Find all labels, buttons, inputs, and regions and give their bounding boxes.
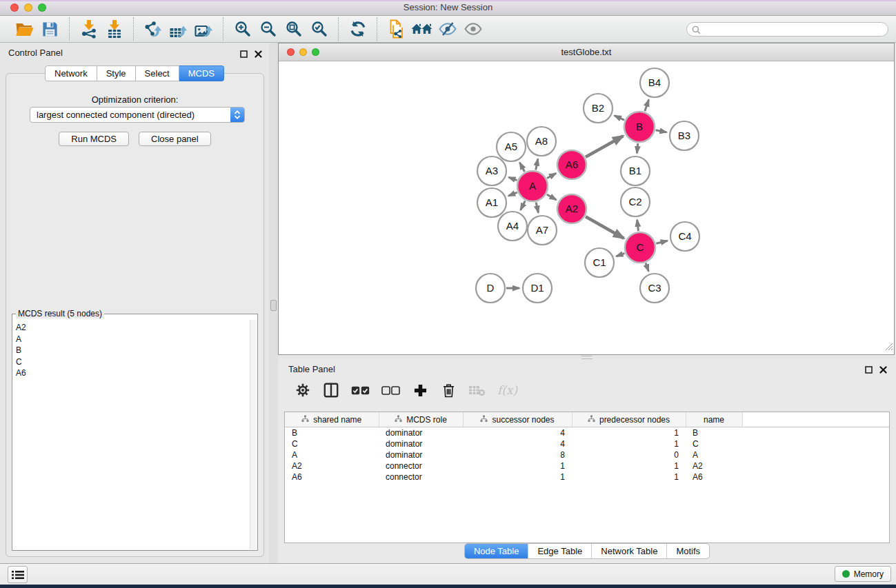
table-settings-button[interactable] [295,381,311,399]
graph-node-C4[interactable]: C4 [670,222,699,251]
tab-mcds[interactable]: MCDS [179,65,224,81]
graph-node-A6[interactable]: A6 [557,150,586,179]
maximize-window-button[interactable] [38,3,46,12]
run-mcds-button[interactable]: Run MCDS [59,132,129,146]
zoom-fit-button[interactable] [281,18,306,40]
tab-node-table[interactable]: Node Table [465,544,528,558]
graph-edge-A6-B[interactable] [586,136,623,157]
table-cell[interactable]: 1 [572,460,686,472]
graph-node-A4[interactable]: A4 [498,212,527,241]
table-cell[interactable]: A [686,449,742,460]
panel-divider[interactable] [269,43,278,564]
close-panel-icon[interactable] [255,48,262,61]
column-header-MCDS-role[interactable]: MCDS role [379,412,463,427]
table-cell[interactable]: A6 [686,472,742,483]
graph-edge-B-B3[interactable] [656,130,667,132]
table-cell[interactable]: A6 [285,472,379,483]
graph-edge-B-B2[interactable] [615,116,624,120]
graph-node-A1[interactable]: A1 [477,188,506,217]
graph-node-C3[interactable]: C3 [640,274,669,303]
network-close-button[interactable] [287,48,295,56]
import-network-button[interactable] [76,18,101,40]
table-cell[interactable]: B [686,427,742,439]
zoom-selected-button[interactable] [306,18,332,40]
divider-grip[interactable] [270,300,277,311]
table-cell[interactable]: 1 [572,472,686,483]
graph-edge-A-A8[interactable] [536,159,538,170]
close-window-button[interactable] [10,3,19,12]
table-cell[interactable]: C [686,438,742,449]
delete-column-button[interactable] [440,381,457,399]
tab-network[interactable]: Network [45,65,97,81]
graph-node-A8[interactable]: A8 [527,127,556,156]
node-table[interactable]: shared nameMCDS rolesuccessor nodesprede… [285,412,889,483]
network-minimize-button[interactable] [299,48,307,56]
float-table-panel-icon[interactable] [865,364,873,376]
unselect-all-columns-button[interactable] [381,381,400,399]
criterion-dropdown[interactable]: largest connected component (directed) [30,107,245,123]
graph-edge-A-A3[interactable] [508,177,517,181]
tab-select[interactable]: Select [136,65,179,81]
show-columns-button[interactable] [323,381,339,399]
export-table-button[interactable] [166,18,191,40]
table-cell[interactable]: 1 [463,472,572,483]
open-session-button[interactable] [12,18,37,40]
close-table-panel-icon[interactable] [879,364,887,376]
column-header-successor-nodes[interactable]: successor nodes [463,412,572,427]
graph-node-B2[interactable]: B2 [584,94,613,123]
table-cell[interactable]: dominator [379,438,463,449]
graph-edge-C-C4[interactable] [656,241,667,243]
mcds-result-item[interactable]: A6 [16,367,250,379]
result-scrollbar[interactable] [250,320,257,549]
network-canvas[interactable]: AA1A2A3A4A5A6A7A8BB1B2B3B4CC1C2C3C4DD1 [279,61,894,354]
network-file-button[interactable] [384,18,409,40]
graph-node-B1[interactable]: B1 [621,156,650,185]
graph-node-C[interactable]: C [625,232,655,263]
export-network-button[interactable] [140,18,166,40]
select-all-columns-button[interactable] [351,381,370,399]
table-cell[interactable]: 4 [463,427,572,439]
tab-edge-table[interactable]: Edge Table [528,544,591,558]
table-cell[interactable]: connector [379,472,463,483]
network-maximize-button[interactable] [312,48,319,56]
toggle-panel-button[interactable] [435,18,460,40]
table-cell[interactable]: 1 [572,438,686,449]
window-resize-grip[interactable] [884,341,893,354]
column-header-shared-name[interactable]: shared name [285,412,379,427]
zoom-in-button[interactable] [230,18,255,40]
graph-edge-A-A1[interactable] [508,192,517,196]
table-cell[interactable]: dominator [379,449,463,460]
graph-node-D[interactable]: D [476,274,505,303]
save-session-button[interactable] [37,18,63,40]
graph-edge-A-A5[interactable] [519,163,524,172]
table-row[interactable]: Bdominator41B [285,427,889,439]
graph-node-C2[interactable]: C2 [621,187,650,216]
mcds-result-list[interactable]: A2ABCA6 [13,320,250,549]
graph-edge-C-C1[interactable] [616,253,624,256]
graph-node-B3[interactable]: B3 [670,121,699,150]
column-header-predecessor-nodes[interactable]: predecessor nodes [572,412,686,427]
minimize-window-button[interactable] [24,3,32,12]
table-row[interactable]: Adominator80A [285,449,889,460]
mcds-result-item[interactable]: A2 [16,322,250,334]
mcds-result-item[interactable]: C [16,356,250,368]
tab-motifs[interactable]: Motifs [666,544,709,558]
show-view-button[interactable] [460,18,486,40]
graph-node-C1[interactable]: C1 [585,248,614,277]
table-cell[interactable]: 1 [463,460,572,472]
graph-node-B[interactable]: B [624,112,655,142]
graph-edge-A-A6[interactable] [547,173,556,178]
table-cell[interactable]: A [285,449,379,460]
graph-node-A5[interactable]: A5 [497,132,526,161]
table-cell[interactable]: B [285,427,379,439]
graph-edge-A-A4[interactable] [521,201,526,210]
table-cell[interactable]: 8 [463,449,572,460]
table-cell[interactable]: A2 [285,460,379,472]
table-cell[interactable]: C [285,438,379,449]
network-window-titlebar[interactable]: testGlobe.txt [279,43,894,61]
refresh-view-button[interactable] [345,18,370,40]
zoom-out-button[interactable] [255,18,281,40]
add-column-button[interactable] [412,381,428,399]
tab-style[interactable]: Style [97,65,136,81]
column-header-name[interactable]: name [686,412,742,427]
